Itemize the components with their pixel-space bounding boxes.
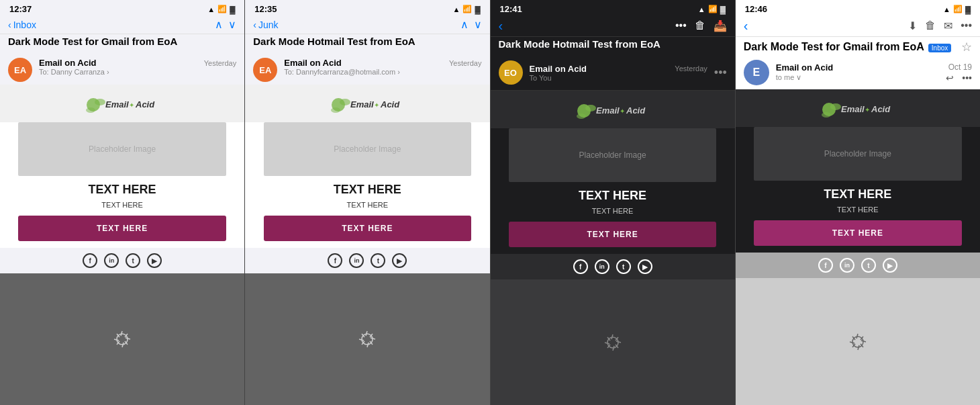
- footer-splat-logo-1: [111, 328, 134, 351]
- email-subject-4: Dark Mode Test for Gmail from EoA: [744, 41, 924, 53]
- nav-bar-2: ‹ Junk ∧ ∨: [245, 15, 489, 34]
- gmail-sender-info-4: Email on Acid Oct 19 to me ∨ ↩ •••: [776, 62, 972, 83]
- panel-gmail-dark: 12:46 ▲ 📶 ▓ ‹ ⬇ 🗑 ✉ ••• Dark Mode Test f…: [736, 0, 980, 405]
- social-bar-2: f in t ▶: [245, 248, 489, 273]
- sender-name-3: Email on Acid: [530, 64, 587, 74]
- heading-text-2: TEXT HERE: [334, 183, 401, 197]
- status-icons-2: ▲ 📶 ▓: [453, 5, 481, 13]
- wifi-icon-4: 📶: [953, 5, 963, 13]
- svg-text:✦: ✦: [865, 106, 870, 114]
- star-icon-4[interactable]: ☆: [961, 40, 972, 54]
- facebook-icon-1[interactable]: f: [83, 253, 97, 268]
- to-name-1: Danny Carranza: [51, 68, 105, 76]
- youtube-icon-1[interactable]: ▶: [147, 253, 162, 268]
- linkedin-icon-1[interactable]: in: [104, 253, 119, 268]
- panel-hotmail-dark: 12:41 ▲ 📶 ▓ ‹ ••• 🗑 📥 Dark Mode Hotmail …: [491, 0, 735, 405]
- date-3: Yesterday: [675, 64, 707, 73]
- nav-arrows-1[interactable]: ∧ ∨: [215, 18, 236, 31]
- inbox-badge-4: Inbox: [928, 41, 951, 53]
- svg-line-54: [858, 345, 859, 350]
- wifi-icon-1: 📶: [217, 5, 227, 13]
- avatar-2: EA: [253, 58, 277, 82]
- more-icon-4[interactable]: •••: [961, 19, 972, 32]
- facebook-icon-4[interactable]: f: [818, 258, 833, 273]
- svg-line-40: [605, 343, 609, 344]
- linkedin-icon-2[interactable]: in: [349, 253, 364, 268]
- svg-line-52: [856, 334, 858, 339]
- nav-arrows-2[interactable]: ∧ ∨: [460, 18, 482, 31]
- chevron-right-icon-2: ›: [397, 68, 400, 76]
- heading-text-3: TEXT HERE: [579, 189, 646, 203]
- to-me-4: to me ∨: [776, 73, 802, 82]
- date-2: Yesterday: [449, 59, 482, 67]
- subject-area-4: Dark Mode Test for Gmail from EoA Inbox …: [736, 37, 980, 56]
- archive-icon-3[interactable]: 📥: [714, 19, 727, 32]
- svg-text:Acid: Acid: [135, 99, 155, 109]
- up-arrow-icon-2[interactable]: ∧: [460, 18, 469, 31]
- date-1: Yesterday: [204, 59, 237, 67]
- email-subject-3: Dark Mode Hotmail Test from EoA: [491, 37, 735, 55]
- youtube-icon-2[interactable]: ▶: [392, 253, 407, 268]
- thread-header-3: EO Email on Acid Yesterday To You •••: [491, 55, 735, 91]
- youtube-icon-4[interactable]: ▶: [883, 258, 897, 273]
- twitter-icon-1[interactable]: t: [126, 253, 140, 268]
- sender-row-1: Email on Acid Yesterday: [39, 58, 236, 68]
- reply-icon-4[interactable]: ↩: [946, 73, 954, 83]
- more-actions-icon-4[interactable]: •••: [962, 73, 972, 83]
- email-on-acid-logo-4: Email ✦ Acid: [821, 97, 895, 122]
- body-text-4: TEXT HERE: [826, 206, 889, 214]
- cta-button-3[interactable]: TEXT HERE: [509, 222, 717, 247]
- email-content-1: Email ✦ Acid Placeholder Image TEXT HERE…: [0, 85, 244, 405]
- email-on-acid-logo-2: Email ✦ Acid: [330, 93, 404, 117]
- back-button-2[interactable]: ‹ Junk: [253, 19, 278, 30]
- status-bar-3: 12:41 ▲ 📶 ▓: [491, 0, 735, 15]
- facebook-icon-3[interactable]: f: [573, 259, 588, 274]
- svg-text:Email: Email: [841, 104, 865, 114]
- cta-button-4[interactable]: TEXT HERE: [754, 220, 962, 246]
- time-2: 12:35: [254, 4, 277, 14]
- delete-icon-4[interactable]: 🗑: [925, 19, 936, 32]
- email-on-acid-logo-1: Email ✦ Acid: [85, 93, 159, 117]
- email-content-4: Email ✦ Acid Placeholder Image TEXT HERE…: [736, 89, 980, 405]
- svg-line-8: [126, 338, 130, 339]
- twitter-icon-4[interactable]: t: [861, 258, 876, 273]
- svg-text:Email: Email: [105, 99, 129, 109]
- panel-gmail-light: 12:37 ▲ 📶 ▓ ‹ Inbox ∧ ∨ Dark Mode Test f…: [0, 0, 244, 405]
- svg-text:✦: ✦: [374, 101, 379, 109]
- cta-button-2[interactable]: TEXT HERE: [264, 216, 472, 241]
- svg-line-39: [613, 346, 614, 351]
- to-me-row-4: to me ∨ ↩ •••: [776, 73, 972, 83]
- email-footer-1: [0, 273, 244, 405]
- email-meta-3: Email on Acid Yesterday To You: [530, 64, 707, 82]
- avatar-1: EA: [8, 58, 32, 82]
- down-arrow-icon-1[interactable]: ∨: [228, 18, 236, 31]
- back-button-4[interactable]: ‹: [744, 18, 748, 34]
- delete-icon-3[interactable]: 🗑: [695, 19, 705, 32]
- youtube-icon-3[interactable]: ▶: [638, 259, 652, 274]
- svg-text:Acid: Acid: [380, 99, 400, 109]
- twitter-icon-3[interactable]: t: [616, 259, 631, 274]
- svg-line-22: [366, 331, 367, 336]
- twitter-icon-2[interactable]: t: [371, 253, 385, 268]
- back-button-3[interactable]: ‹: [499, 18, 503, 34]
- svg-text:Acid: Acid: [871, 104, 891, 114]
- linkedin-icon-4[interactable]: in: [840, 258, 854, 273]
- mail-icon-4[interactable]: ✉: [944, 19, 952, 32]
- placeholder-image-2: Placeholder Image: [264, 122, 472, 176]
- time-1: 12:37: [9, 4, 32, 14]
- signal-icon-4: ▲: [943, 5, 950, 13]
- back-button-1[interactable]: ‹ Inbox: [8, 19, 36, 30]
- more-options-icon-3[interactable]: •••: [714, 66, 727, 80]
- down-arrow-icon-2[interactable]: ∨: [474, 18, 482, 31]
- time-3: 12:41: [500, 4, 522, 14]
- facebook-icon-2[interactable]: f: [328, 253, 342, 268]
- more-icon-3[interactable]: •••: [675, 19, 687, 32]
- up-arrow-icon-1[interactable]: ∧: [215, 18, 223, 31]
- email-body-2: Email ✦ Acid Placeholder Image TEXT HERE…: [245, 85, 489, 248]
- linkedin-icon-3[interactable]: in: [595, 259, 609, 274]
- footer-splat-logo-3: [601, 331, 624, 354]
- email-footer-2: [245, 273, 489, 405]
- svg-point-1: [95, 99, 105, 105]
- download-icon-4[interactable]: ⬇: [908, 19, 917, 32]
- cta-button-1[interactable]: TEXT HERE: [18, 216, 226, 241]
